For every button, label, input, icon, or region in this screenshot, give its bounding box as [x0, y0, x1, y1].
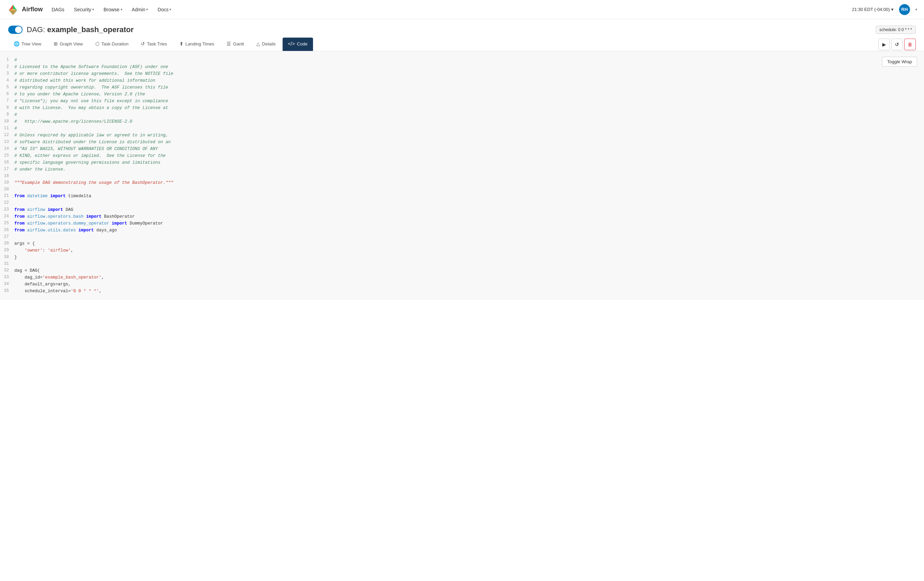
code-container: Toggle Wrap 1#2# Licensed to the Apache …	[0, 51, 924, 300]
line-code: # Licensed to the Apache Software Founda…	[14, 64, 924, 70]
code-line: 10# http://www.apache.org/licenses/LICEN…	[0, 118, 924, 125]
code-line: 8# with the License. You may obtain a co…	[0, 105, 924, 111]
nav-dags[interactable]: DAGs	[51, 5, 65, 14]
code-line: 16# specific language governing permissi…	[0, 159, 924, 166]
code-line: 3# or more contributor license agreement…	[0, 70, 924, 77]
line-code: # regarding copyright ownership. The ASF…	[14, 84, 924, 91]
user-avatar[interactable]: RH	[899, 4, 910, 15]
line-number: 7	[0, 98, 14, 105]
code-line: 19"""Example DAG demonstrating the usage…	[0, 180, 924, 186]
line-code: dag = DAG(	[14, 267, 924, 274]
line-number: 10	[0, 118, 14, 125]
line-code: #	[14, 57, 924, 64]
line-code: # or more contributor license agreements…	[14, 70, 924, 77]
tabs-bar: 🌐 Tree View ⊞ Graph View ⬡ Task Duration…	[0, 38, 924, 51]
line-number: 35	[0, 288, 14, 295]
tab-tree-view[interactable]: 🌐 Tree View	[8, 38, 47, 51]
code-icon: </>	[288, 41, 295, 46]
tab-code[interactable]: </> Code	[282, 38, 313, 51]
dag-header: DAG: example_bash_operator schedule: 0 0…	[0, 19, 924, 38]
line-number: 32	[0, 267, 14, 274]
code-line: 31	[0, 261, 924, 267]
tab-task-duration[interactable]: ⬡ Task Duration	[90, 38, 134, 51]
code-line: 26from airflow.utils.dates import days_a…	[0, 227, 924, 234]
play-button[interactable]: ▶	[878, 39, 890, 50]
line-number: 2	[0, 64, 14, 70]
code-line: 18	[0, 173, 924, 180]
line-number: 25	[0, 220, 14, 227]
refresh-button[interactable]: ↺	[891, 39, 903, 50]
nav-docs[interactable]: Docs ▾	[157, 5, 172, 14]
brand-name: Airflow	[22, 6, 43, 13]
code-line: 2# Licensed to the Apache Software Found…	[0, 64, 924, 70]
code-line: 15# KIND, either express or implied. See…	[0, 152, 924, 159]
task-duration-icon: ⬡	[95, 41, 99, 46]
line-code: default_args=args,	[14, 281, 924, 288]
line-number: 30	[0, 254, 14, 261]
code-line: 5# regarding copyright ownership. The AS…	[0, 84, 924, 91]
line-number: 29	[0, 247, 14, 254]
line-number: 13	[0, 139, 14, 145]
line-number: 23	[0, 206, 14, 213]
line-code	[14, 186, 924, 193]
line-number: 19	[0, 180, 14, 186]
tab-details[interactable]: △ Details	[251, 38, 281, 51]
security-dropdown-arrow: ▾	[92, 8, 94, 11]
code-line: 21from datetime import timedelta	[0, 193, 924, 200]
line-number: 1	[0, 57, 14, 64]
code-line: 11#	[0, 125, 924, 132]
code-line: 7# "License"); you may not use this file…	[0, 98, 924, 105]
line-number: 33	[0, 274, 14, 281]
line-number: 3	[0, 70, 14, 77]
user-dropdown-arrow: ▾	[916, 8, 917, 11]
navbar: Airflow DAGs Security ▾ Browse ▾ Admin ▾…	[0, 0, 924, 19]
navbar-time[interactable]: 21:30 EDT (-04:00) ▾	[852, 7, 894, 12]
tab-landing-times[interactable]: ⬆ Landing Times	[174, 38, 220, 51]
line-code: dag_id='example_bash_operator',	[14, 274, 924, 281]
line-code: # KIND, either express or implied. See t…	[14, 152, 924, 159]
line-code: 'owner': 'airflow',	[14, 247, 924, 254]
line-number: 21	[0, 193, 14, 200]
gantt-icon: ☰	[226, 41, 231, 46]
code-line: 32dag = DAG(	[0, 267, 924, 274]
line-code: # "License"); you may not use this file …	[14, 98, 924, 105]
time-dropdown-arrow: ▾	[891, 7, 894, 12]
line-number: 22	[0, 200, 14, 206]
code-line: 17# under the License.	[0, 166, 924, 173]
code-line: 23from airflow import DAG	[0, 206, 924, 213]
graph-view-icon: ⊞	[54, 41, 58, 46]
brand-logo[interactable]: Airflow	[7, 3, 43, 16]
nav-security[interactable]: Security ▾	[73, 5, 95, 14]
line-code: from airflow.utils.dates import days_ago	[14, 227, 924, 234]
line-number: 5	[0, 84, 14, 91]
line-code: from airflow.operators.bash import BashO…	[14, 213, 924, 220]
line-number: 24	[0, 213, 14, 220]
nav-browse[interactable]: Browse ▾	[103, 5, 123, 14]
dag-toggle-knob	[15, 26, 22, 33]
line-code: # under the License.	[14, 166, 924, 173]
nav-admin[interactable]: Admin ▾	[131, 5, 149, 14]
tab-graph-view[interactable]: ⊞ Graph View	[48, 38, 89, 51]
line-number: 27	[0, 234, 14, 240]
line-number: 12	[0, 132, 14, 139]
line-code: args = {	[14, 240, 924, 247]
dag-toggle[interactable]	[8, 26, 23, 34]
code-line: 27	[0, 234, 924, 240]
tab-task-tries[interactable]: ↺ Task Tries	[135, 38, 173, 51]
line-code: schedule_interval='0 0 * * *',	[14, 288, 924, 295]
delete-button[interactable]: 🗑	[904, 39, 916, 50]
line-number: 8	[0, 105, 14, 111]
line-code: from airflow.operators.dummy_operator im…	[14, 220, 924, 227]
toggle-wrap-button[interactable]: Toggle Wrap	[882, 57, 917, 67]
line-number: 26	[0, 227, 14, 234]
line-number: 15	[0, 152, 14, 159]
line-number: 28	[0, 240, 14, 247]
line-number: 20	[0, 186, 14, 193]
line-code: #	[14, 125, 924, 132]
line-code: from airflow import DAG	[14, 206, 924, 213]
tree-view-icon: 🌐	[14, 41, 20, 46]
tab-gantt[interactable]: ☰ Gantt	[221, 38, 249, 51]
browse-dropdown-arrow: ▾	[120, 8, 122, 11]
tab-actions: ▶ ↺ 🗑	[878, 39, 916, 50]
line-number: 6	[0, 91, 14, 98]
